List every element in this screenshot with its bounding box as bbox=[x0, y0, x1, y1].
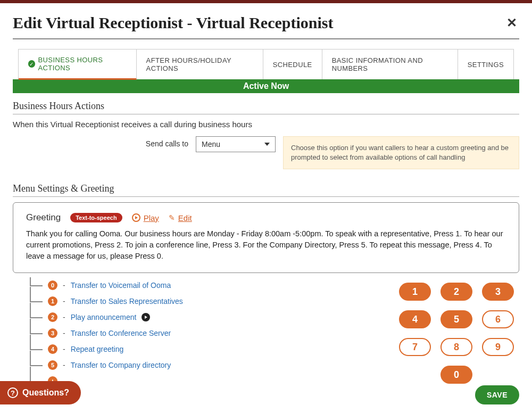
tree-target[interactable]: Repeat greeting bbox=[71, 345, 124, 353]
tree-item-1[interactable]: 1 - Transfer to Sales Representatives bbox=[27, 293, 392, 309]
tree-target[interactable]: Sales Representatives bbox=[109, 297, 183, 305]
questions-button[interactable]: ? Questions? bbox=[0, 381, 81, 404]
tab-after-hours[interactable]: AFTER HOURS/HOLIDAY ACTIONS bbox=[137, 49, 263, 79]
keypad-1[interactable]: 1 bbox=[399, 283, 431, 301]
pencil-icon: ✎ bbox=[169, 213, 175, 222]
help-bubble: Choose this option if you want callers t… bbox=[283, 136, 519, 169]
digit-badge: 5 bbox=[48, 360, 57, 370]
tree-item-4[interactable]: 4 - Repeat greeting bbox=[27, 341, 392, 357]
digit-badge: 3 bbox=[48, 328, 57, 338]
tab-settings[interactable]: SETTINGS bbox=[458, 49, 513, 79]
section-title-menu: Menu Settings & Greeting bbox=[13, 183, 519, 197]
send-calls-select[interactable]: Menu bbox=[196, 136, 276, 152]
keypad-7[interactable]: 7 bbox=[399, 338, 431, 356]
tree-target[interactable]: Play announcement bbox=[71, 313, 137, 321]
digit-badge: 1 bbox=[48, 296, 57, 306]
tab-basic-info[interactable]: BASIC INFORMATION AND NUMBERS bbox=[322, 49, 458, 79]
tree-item-5[interactable]: 5 - Transfer to Company directory bbox=[27, 357, 392, 373]
tree-target[interactable]: Ooma bbox=[151, 281, 171, 290]
tree-item-0[interactable]: 0 - Transfer to Voicemail of Ooma bbox=[27, 277, 392, 293]
play-icon bbox=[132, 213, 140, 222]
tree-item-2[interactable]: 2 - Play announcement bbox=[27, 309, 392, 325]
section-title-business-hours: Business Hours Actions bbox=[13, 101, 519, 114]
check-circle-icon: ✓ bbox=[28, 60, 35, 68]
separator: - bbox=[63, 281, 65, 290]
tab-business-hours[interactable]: ✓ BUSINESS HOURS ACTIONS bbox=[19, 49, 137, 80]
send-calls-label: Send calls to bbox=[13, 136, 188, 148]
tab-label: BUSINESS HOURS ACTIONS bbox=[38, 56, 127, 72]
keypad-8[interactable]: 8 bbox=[440, 338, 472, 356]
section-intro: When this Virtual Receptionist receives … bbox=[13, 120, 519, 129]
digit-badge: 2 bbox=[48, 312, 57, 322]
keypad-4[interactable]: 4 bbox=[399, 310, 431, 328]
edit-label: Edit bbox=[178, 213, 192, 222]
play-greeting-button[interactable]: Play bbox=[132, 213, 159, 222]
tts-badge: Text-to-speech bbox=[70, 213, 122, 222]
greeting-card: Greeting Text-to-speech Play ✎ Edit Than… bbox=[13, 202, 519, 273]
edit-greeting-button[interactable]: ✎ Edit bbox=[169, 213, 192, 222]
separator: - bbox=[63, 297, 65, 305]
separator: - bbox=[63, 345, 65, 353]
digit-badge: 0 bbox=[48, 280, 57, 290]
tree-target[interactable]: Transfer to Company directory bbox=[71, 361, 171, 369]
keypad-3[interactable]: 3 bbox=[482, 283, 514, 301]
separator: - bbox=[63, 313, 65, 321]
chevron-down-icon bbox=[264, 143, 270, 146]
tab-schedule[interactable]: SCHEDULE bbox=[263, 49, 322, 79]
send-calls-value: Menu bbox=[202, 140, 220, 148]
tree-prefix: Transfer to bbox=[71, 297, 109, 305]
separator: - bbox=[63, 361, 65, 369]
keypad-9[interactable]: 9 bbox=[482, 338, 514, 356]
active-now-banner: Active Now bbox=[13, 79, 519, 93]
keypad: 1 2 3 4 5 6 7 8 9 0 bbox=[392, 283, 519, 384]
tabs: ✓ BUSINESS HOURS ACTIONS AFTER HOURS/HOL… bbox=[18, 49, 514, 79]
question-icon: ? bbox=[7, 387, 18, 398]
play-announcement-icon[interactable] bbox=[142, 313, 150, 321]
play-label: Play bbox=[144, 213, 159, 222]
menu-tree: 0 - Transfer to Voicemail of Ooma 1 - Tr… bbox=[13, 277, 392, 389]
questions-label: Questions? bbox=[22, 388, 69, 398]
greeting-label: Greeting bbox=[26, 212, 61, 223]
tree-prefix: Transfer to Voicemail of bbox=[71, 281, 151, 290]
separator: - bbox=[63, 329, 65, 337]
tree-item-3[interactable]: 3 - Transfer to Conference Server bbox=[27, 325, 392, 341]
greeting-text: Thank you for calling Ooma. Our business… bbox=[26, 228, 506, 262]
tree-target[interactable]: Transfer to Conference Server bbox=[71, 329, 171, 337]
keypad-6[interactable]: 6 bbox=[482, 310, 514, 328]
modal-title: Edit Virtual Receptionist - Virtual Rece… bbox=[13, 14, 333, 32]
digit-badge: 4 bbox=[48, 344, 57, 354]
keypad-5[interactable]: 5 bbox=[440, 310, 472, 328]
keypad-2[interactable]: 2 bbox=[440, 283, 472, 301]
close-icon[interactable]: ✕ bbox=[504, 15, 519, 30]
save-button[interactable]: SAVE bbox=[475, 385, 519, 404]
